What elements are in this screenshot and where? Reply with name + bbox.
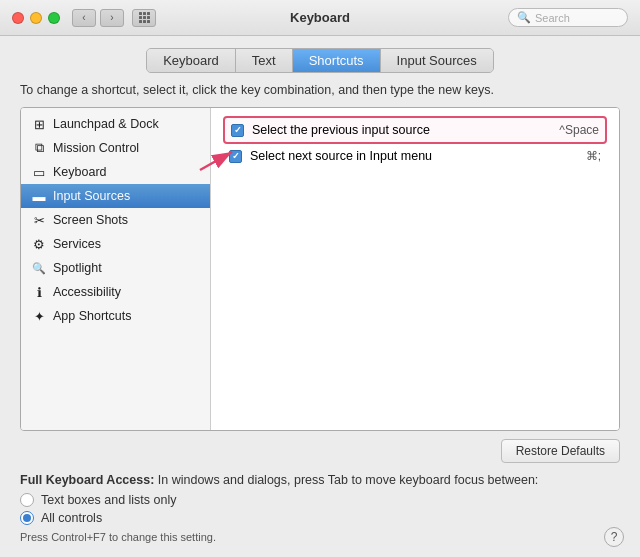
tab-bar: Keyboard Text Shortcuts Input Sources: [146, 48, 494, 73]
tabs-row: Keyboard Text Shortcuts Input Sources: [20, 48, 620, 73]
radio-label-0: Text boxes and lists only: [41, 493, 177, 507]
main-panel: ⊞ Launchpad & Dock ⧉ Mission Control ▭ K…: [20, 107, 620, 431]
close-button[interactable]: [12, 12, 24, 24]
screenshots-icon: ✂: [31, 212, 47, 228]
sidebar-item-keyboard[interactable]: ▭ Keyboard: [21, 160, 210, 184]
grid-icon: [139, 12, 150, 23]
content-area: Keyboard Text Shortcuts Input Sources To…: [0, 36, 640, 557]
sidebar-item-launchpad[interactable]: ⊞ Launchpad & Dock: [21, 112, 210, 136]
app-shortcuts-icon: ✦: [31, 308, 47, 324]
bottom-title-bold: Full Keyboard Access:: [20, 473, 154, 487]
sidebar-label-screenshots: Screen Shots: [53, 213, 128, 227]
forward-button[interactable]: ›: [100, 9, 124, 27]
sidebar-item-services[interactable]: ⚙ Services: [21, 232, 210, 256]
services-icon: ⚙: [31, 236, 47, 252]
restore-defaults-button[interactable]: Restore Defaults: [501, 439, 620, 463]
grid-button[interactable]: [132, 9, 156, 27]
help-button[interactable]: ?: [604, 527, 624, 547]
radio-group: Text boxes and lists only All controls: [20, 493, 620, 525]
search-box[interactable]: 🔍 Search: [508, 8, 628, 27]
input-sources-icon: ▬: [31, 188, 47, 204]
traffic-lights: [12, 12, 60, 24]
sidebar-item-accessibility[interactable]: ℹ Accessibility: [21, 280, 210, 304]
radio-circle-1[interactable]: [20, 511, 34, 525]
mission-control-icon: ⧉: [31, 140, 47, 156]
sidebar-label-keyboard: Keyboard: [53, 165, 107, 179]
accessibility-icon: ℹ: [31, 284, 47, 300]
checklist-label-0: Select the previous input source: [252, 123, 430, 137]
sidebar-label-spotlight: Spotlight: [53, 261, 102, 275]
restore-row: Restore Defaults: [20, 439, 620, 463]
launchpad-icon: ⊞: [31, 116, 47, 132]
bottom-description: In windows and dialogs, press Tab to mov…: [158, 473, 539, 487]
shortcut-0: ^Space: [559, 123, 599, 137]
minimize-button[interactable]: [30, 12, 42, 24]
instruction-text: To change a shortcut, select it, click t…: [20, 83, 620, 97]
tab-text[interactable]: Text: [236, 49, 293, 72]
sidebar-item-input-sources[interactable]: ▬ Input Sources: [21, 184, 210, 208]
maximize-button[interactable]: [48, 12, 60, 24]
spotlight-icon: 🔍: [31, 260, 47, 276]
radio-circle-0[interactable]: [20, 493, 34, 507]
sidebar-label-launchpad: Launchpad & Dock: [53, 117, 159, 131]
checklist-panel: Select the previous input source ^Space …: [211, 108, 619, 430]
sidebar-label-mission-control: Mission Control: [53, 141, 139, 155]
keyboard-icon: ▭: [31, 164, 47, 180]
sidebar-item-mission-control[interactable]: ⧉ Mission Control: [21, 136, 210, 160]
nav-buttons: ‹ ›: [72, 9, 124, 27]
titlebar: ‹ › Keyboard 🔍 Search: [0, 0, 640, 36]
checklist-item-1[interactable]: Select next source in Input menu ⌘;: [223, 144, 607, 168]
tab-input-sources[interactable]: Input Sources: [381, 49, 493, 72]
checklist-item-0[interactable]: Select the previous input source ^Space: [223, 116, 607, 144]
sidebar: ⊞ Launchpad & Dock ⧉ Mission Control ▭ K…: [21, 108, 211, 430]
sidebar-item-screenshots[interactable]: ✂ Screen Shots: [21, 208, 210, 232]
sidebar-label-services: Services: [53, 237, 101, 251]
tab-keyboard[interactable]: Keyboard: [147, 49, 236, 72]
sidebar-label-app-shortcuts: App Shortcuts: [53, 309, 132, 323]
sidebar-item-app-shortcuts[interactable]: ✦ App Shortcuts: [21, 304, 210, 328]
checkbox-0[interactable]: [231, 124, 244, 137]
checkbox-1[interactable]: [229, 150, 242, 163]
radio-item-1[interactable]: All controls: [20, 511, 620, 525]
sidebar-item-spotlight[interactable]: 🔍 Spotlight: [21, 256, 210, 280]
back-button[interactable]: ‹: [72, 9, 96, 27]
tab-shortcuts[interactable]: Shortcuts: [293, 49, 381, 72]
search-placeholder: Search: [535, 12, 570, 24]
bottom-section: Full Keyboard Access: In windows and dia…: [20, 473, 620, 543]
sidebar-label-accessibility: Accessibility: [53, 285, 121, 299]
shortcut-1: ⌘;: [586, 149, 601, 163]
radio-label-1: All controls: [41, 511, 102, 525]
sidebar-label-input-sources: Input Sources: [53, 189, 130, 203]
search-icon: 🔍: [517, 11, 531, 24]
window-title: Keyboard: [290, 10, 350, 25]
radio-item-0[interactable]: Text boxes and lists only: [20, 493, 620, 507]
checklist-label-1: Select next source in Input menu: [250, 149, 432, 163]
hint-text: Press Control+F7 to change this setting.: [20, 531, 620, 543]
bottom-title: Full Keyboard Access: In windows and dia…: [20, 473, 620, 487]
